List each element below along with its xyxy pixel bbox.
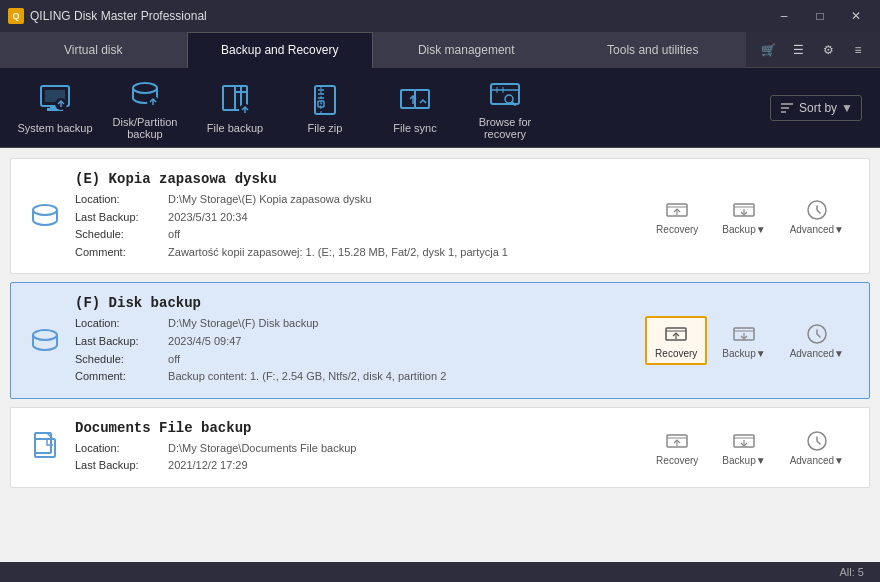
backup-actions-e-disk: Recovery Backup▼ Advanced▼ bbox=[647, 193, 853, 240]
svg-point-5 bbox=[133, 83, 157, 93]
statusbar: All: 5 bbox=[0, 562, 880, 582]
disk-partition-backup-button[interactable]: Disk/Partition backup bbox=[100, 68, 190, 148]
backup-file-icon-docs bbox=[27, 429, 63, 465]
file-sync-button[interactable]: File sync bbox=[370, 74, 460, 142]
list-icon[interactable]: ☰ bbox=[784, 36, 812, 64]
svg-text:Z: Z bbox=[319, 102, 322, 108]
app-title: QILING Disk Master Professional bbox=[30, 9, 207, 23]
backup-disk-icon bbox=[27, 198, 63, 234]
status-count: All: 5 bbox=[840, 566, 864, 578]
backup-item-f-disk[interactable]: (F) Disk backup Location: D:\My Storage\… bbox=[10, 282, 870, 398]
toolbar: System backup Disk/Partition backup bbox=[0, 68, 880, 148]
svg-point-20 bbox=[33, 205, 57, 215]
tab-virtual-disk[interactable]: Virtual disk bbox=[0, 32, 187, 68]
window-controls: – □ ✕ bbox=[768, 6, 872, 26]
advanced-button-e[interactable]: Advanced▼ bbox=[781, 193, 853, 240]
backup-name-f: (F) Disk backup bbox=[75, 295, 633, 311]
sort-button[interactable]: Sort by ▼ bbox=[770, 95, 862, 121]
svg-rect-28 bbox=[35, 433, 51, 453]
backup-button-docs[interactable]: Backup▼ bbox=[713, 424, 774, 471]
toolbar-items: System backup Disk/Partition backup bbox=[10, 68, 550, 147]
sort-chevron-icon: ▼ bbox=[841, 101, 853, 115]
backup-button-f[interactable]: Backup▼ bbox=[713, 317, 774, 364]
close-button[interactable]: ✕ bbox=[840, 6, 872, 26]
disk-partition-label: Disk/Partition backup bbox=[113, 116, 178, 140]
backup-actions-docs: Recovery Backup▼ Advanced▼ bbox=[647, 424, 853, 471]
backup-info-f-disk: (F) Disk backup Location: D:\My Storage\… bbox=[75, 295, 633, 385]
tab-disk-management[interactable]: Disk management bbox=[373, 32, 560, 68]
svg-rect-7 bbox=[223, 86, 241, 110]
system-backup-button[interactable]: System backup bbox=[10, 74, 100, 142]
titlebar-left: Q QILING Disk Master Professional bbox=[8, 8, 207, 24]
tabbar-icons: 🛒 ☰ ⚙ ≡ bbox=[746, 36, 880, 64]
maximize-button[interactable]: □ bbox=[804, 6, 836, 26]
backup-item-docs[interactable]: Documents File backup Location: D:\My St… bbox=[10, 407, 870, 488]
titlebar: Q QILING Disk Master Professional – □ ✕ bbox=[0, 0, 880, 32]
backup-disk-icon-f bbox=[27, 323, 63, 359]
backup-name: (E) Kopia zapasowa dysku bbox=[75, 171, 635, 187]
file-zip-button[interactable]: Z File zip bbox=[280, 74, 370, 142]
tabbar: Virtual disk Backup and Recovery Disk ma… bbox=[0, 32, 880, 68]
recovery-button-f[interactable]: Recovery bbox=[645, 316, 707, 365]
cart-icon[interactable]: 🛒 bbox=[754, 36, 782, 64]
backup-actions-f-disk: Recovery Backup▼ Advanced▼ bbox=[645, 316, 853, 365]
backup-item-e-disk[interactable]: (E) Kopia zapasowa dysku Location: D:\My… bbox=[10, 158, 870, 274]
minimize-button[interactable]: – bbox=[768, 6, 800, 26]
recovery-button-docs[interactable]: Recovery bbox=[647, 424, 707, 471]
browse-for-recovery-button[interactable]: Browse for recovery bbox=[460, 68, 550, 148]
backup-name-docs: Documents File backup bbox=[75, 420, 635, 436]
advanced-button-f[interactable]: Advanced▼ bbox=[781, 317, 853, 364]
svg-rect-14 bbox=[415, 90, 429, 108]
menu-icon[interactable]: ≡ bbox=[844, 36, 872, 64]
tab-backup-recovery[interactable]: Backup and Recovery bbox=[187, 32, 374, 68]
advanced-button-docs[interactable]: Advanced▼ bbox=[781, 424, 853, 471]
tab-tools-utilities[interactable]: Tools and utilities bbox=[560, 32, 747, 68]
sort-label: Sort by bbox=[799, 101, 837, 115]
file-backup-button[interactable]: File backup bbox=[190, 74, 280, 142]
svg-point-24 bbox=[33, 330, 57, 340]
backup-info-e-disk: (E) Kopia zapasowa dysku Location: D:\My… bbox=[75, 171, 635, 261]
browse-recovery-label: Browse for recovery bbox=[479, 116, 532, 140]
app-logo: Q bbox=[8, 8, 24, 24]
backup-info-docs: Documents File backup Location: D:\My St… bbox=[75, 420, 635, 475]
backup-button-e[interactable]: Backup▼ bbox=[713, 193, 774, 240]
recovery-button-e[interactable]: Recovery bbox=[647, 193, 707, 240]
content-area: (E) Kopia zapasowa dysku Location: D:\My… bbox=[0, 148, 880, 562]
toolbar-right: Sort by ▼ bbox=[770, 68, 870, 147]
settings-icon[interactable]: ⚙ bbox=[814, 36, 842, 64]
